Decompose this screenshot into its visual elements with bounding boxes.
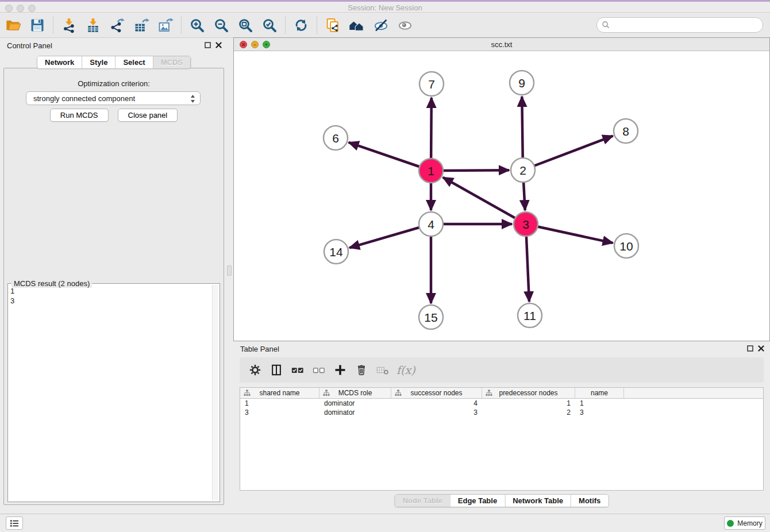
mcds-result-box: MCDS result (2 nodes) 1 3 [7,283,220,502]
import-network-icon[interactable] [59,16,79,34]
tab-select[interactable]: Select [115,56,152,68]
result-scrollbar[interactable] [212,285,218,500]
graph-edge-2-8[interactable] [523,136,613,170]
cell-predecessor-nodes[interactable]: 2 [482,408,575,417]
trash-icon[interactable] [352,360,371,380]
tab-motifs[interactable]: Motifs [571,495,608,507]
task-history-button[interactable] [6,516,23,530]
cell-mcds-role[interactable]: dominator [319,408,391,417]
graph-node-label-9: 9 [518,76,525,90]
cell-shared-name[interactable]: 1 [240,399,319,407]
column-header-mcds-role[interactable]: MCDS role [319,388,391,398]
cell-mcds-role[interactable]: dominator [319,399,391,407]
memory-status-dot [727,520,734,527]
hierarchy-icon [486,390,492,396]
criterion-select-value: strongly connected component [33,94,135,103]
import-table-icon[interactable] [83,16,103,34]
graph-node-label-10: 10 [619,240,633,253]
open-session-icon[interactable] [3,16,23,34]
criterion-select[interactable]: strongly connected component [26,91,201,105]
toolbar-separator [317,17,317,34]
tab-network[interactable]: Network [37,56,82,68]
column-header-name[interactable]: name [575,388,624,398]
float-table-panel-icon[interactable] [747,345,753,352]
add-column-icon[interactable] [330,360,350,380]
network-canvas-svg: 7968124314101511 [234,51,769,341]
hierarchy-icon [244,390,251,396]
clone-network-icon[interactable] [323,16,342,34]
network-canvas[interactable]: 7968124314101511 [234,51,769,341]
table-row[interactable]: 1 dominator 4 1 1 [240,399,763,408]
select-all-columns-icon[interactable] [288,360,307,380]
window-title: Session: New Session [0,3,770,12]
eye-slash-icon[interactable] [371,16,391,34]
node-table: shared name MCDS role successor nodes pr… [240,387,764,491]
show-columns-icon[interactable] [267,360,286,380]
tab-mcds[interactable]: MCDS [153,56,190,68]
search-icon [602,21,610,29]
tab-network-table[interactable]: Network Table [505,495,571,507]
graph-node-label-15: 15 [424,311,437,324]
control-panel-tabs: Network Style Select MCDS [37,56,191,69]
zoom-in-icon[interactable] [187,16,207,34]
eye-icon[interactable] [395,16,415,34]
toolbar-search [596,17,763,33]
export-network-icon[interactable] [107,16,127,34]
refresh-icon[interactable] [291,16,311,34]
function-builder-icon[interactable]: f(x) [396,364,415,376]
network-view-window: ✕ − + scc.txt 7968124314101511 [233,37,770,341]
zoom-fit-icon[interactable] [236,16,255,34]
graph-node-label-4: 4 [428,218,434,231]
cell-predecessor-nodes[interactable]: 1 [482,399,575,407]
hierarchy-icon [323,390,330,396]
cell-name[interactable]: 3 [575,408,624,417]
table-row[interactable]: 3 dominator 3 2 3 [240,408,763,417]
vertical-splitter-handle[interactable] [227,265,232,276]
run-mcds-button[interactable]: Run MCDS [50,109,109,122]
search-input[interactable] [596,17,763,33]
column-header-predecessor-nodes[interactable]: predecessor nodes [482,388,575,398]
control-panel-title: Control Panel [7,41,52,50]
graph-edge-3-10[interactable] [526,224,613,243]
deselect-all-columns-icon[interactable] [309,360,329,380]
cell-successor-nodes[interactable]: 4 [391,399,482,407]
main-toolbar [0,13,770,38]
graph-node-label-8: 8 [622,125,629,138]
table-panel-title: Table Panel [240,345,279,353]
graph-node-label-11: 11 [523,309,536,322]
cell-name[interactable]: 1 [575,399,624,407]
gear-icon[interactable] [245,360,265,380]
cell-successor-nodes[interactable]: 3 [391,408,482,417]
tab-style[interactable]: Style [82,56,115,68]
export-table-icon[interactable] [132,16,151,34]
zoom-selected-icon[interactable] [260,16,279,34]
graph-node-label-3: 3 [522,218,529,231]
column-header-shared-name[interactable]: shared name [240,388,319,398]
memory-label: Memory [737,519,762,527]
node-table-header-row: shared name MCDS role successor nodes pr… [240,388,763,399]
control-panel-header: Control Panel [0,38,228,53]
status-bar: Memory [0,514,770,532]
toolbar-separator [53,17,53,34]
graph-edge-1-6[interactable] [349,142,431,171]
table-panel-header: Table Panel [233,341,770,356]
graph-edge-3-1[interactable] [443,178,526,224]
save-session-icon[interactable] [28,16,47,34]
zoom-out-icon[interactable] [211,16,231,34]
close-panel-icon[interactable] [215,42,222,48]
tab-edge-table[interactable]: Edge Table [450,495,505,507]
export-image-icon[interactable] [156,16,175,34]
hierarchy-icon [395,390,402,396]
close-table-panel-icon[interactable] [758,345,764,352]
control-panel: Control Panel Network Style Select MCDS … [0,38,228,506]
graph-node-label-2: 2 [519,164,526,177]
close-panel-button[interactable]: Close panel [118,109,178,122]
tab-node-table[interactable]: Node Table [395,495,450,507]
float-panel-icon[interactable] [205,42,211,48]
cell-shared-name[interactable]: 3 [240,408,319,417]
delete-table-icon[interactable] [373,360,392,380]
memory-button[interactable]: Memory [724,516,765,530]
column-header-successor-nodes[interactable]: successor nodes [391,388,482,398]
mcds-result-text[interactable]: 1 3 [10,286,210,499]
houses-icon[interactable] [347,16,367,34]
